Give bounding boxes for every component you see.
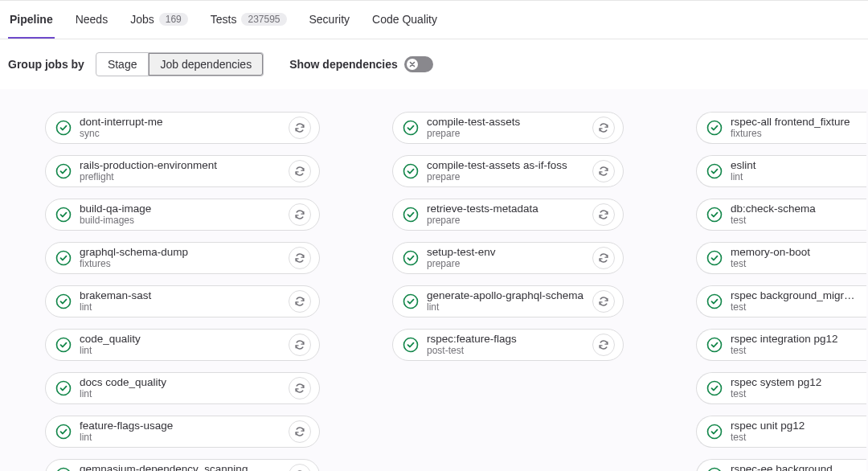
- svg-point-13: [404, 252, 418, 265]
- job-pill[interactable]: rspec integration pg12test: [696, 329, 866, 361]
- job-pill[interactable]: setup-test-envprepare: [392, 242, 624, 274]
- job-name: compile-test-assets as-if-foss: [427, 160, 592, 172]
- status-success-icon: [403, 337, 419, 353]
- job-name: rspec-all frontend_fixture: [731, 117, 858, 129]
- retry-button[interactable]: [289, 160, 311, 182]
- job-pill[interactable]: rspec background_migration ptest: [696, 285, 866, 317]
- retry-button[interactable]: [289, 203, 311, 226]
- job-name: brakeman-sast: [80, 290, 289, 302]
- job-text: db:check-schematest: [731, 203, 858, 226]
- retry-button[interactable]: [592, 160, 615, 182]
- tab-label: Security: [309, 13, 350, 26]
- job-pill[interactable]: rspec:feature-flagspost-test: [392, 329, 624, 361]
- job-pill[interactable]: compile-test-assetsprepare: [392, 112, 624, 144]
- job-text: docs code_qualitylint: [80, 377, 289, 399]
- retry-button[interactable]: [289, 247, 311, 269]
- show-dependencies-label: Show dependencies: [289, 58, 398, 71]
- retry-button[interactable]: [592, 290, 615, 313]
- status-success-icon: [706, 337, 723, 353]
- status-success-icon: [706, 163, 723, 179]
- group-jobs-label: Group jobs by: [8, 58, 84, 71]
- svg-point-20: [708, 295, 722, 309]
- job-stage: lint: [80, 389, 289, 399]
- job-name: memory-on-boot: [731, 247, 858, 259]
- tab-pipeline[interactable]: Pipeline: [8, 1, 55, 39]
- status-success-icon: [403, 293, 419, 309]
- tab-needs[interactable]: Needs: [74, 1, 109, 39]
- retry-button[interactable]: [289, 420, 311, 443]
- retry-button[interactable]: [289, 334, 311, 356]
- job-text: graphql-schema-dumpfixtures: [80, 247, 289, 269]
- retry-button[interactable]: [592, 334, 615, 356]
- status-success-icon: [55, 163, 72, 179]
- retry-button[interactable]: [592, 117, 615, 139]
- job-name: build-qa-image: [80, 203, 289, 215]
- job-pill[interactable]: feature-flags-usagelint: [45, 416, 320, 448]
- status-success-icon: [403, 120, 419, 136]
- job-pill[interactable]: docs code_qualitylint: [45, 372, 320, 404]
- job-pill[interactable]: retrieve-tests-metadataprepare: [392, 199, 624, 231]
- job-text: code_qualitylint: [80, 334, 289, 356]
- job-name: generate-apollo-graphql-schema: [427, 290, 592, 302]
- job-pill[interactable]: rspec-ee background_migratiotest: [696, 459, 866, 471]
- job-pill[interactable]: generate-apollo-graphql-schemalint: [392, 285, 624, 317]
- job-stage: test: [731, 389, 858, 399]
- svg-point-18: [708, 208, 722, 222]
- retry-icon: [294, 339, 305, 350]
- job-pill[interactable]: compile-test-assets as-if-fossprepare: [392, 155, 624, 187]
- job-column: compile-test-assetsprepare compile-test-…: [392, 112, 624, 471]
- svg-point-2: [57, 165, 71, 178]
- show-dependencies-control: Show dependencies: [289, 56, 433, 72]
- retry-button[interactable]: [289, 290, 311, 313]
- svg-point-23: [708, 425, 722, 439]
- job-text: build-qa-imagebuild-images: [80, 203, 289, 226]
- job-pill[interactable]: db:check-schematest: [696, 199, 866, 231]
- svg-point-11: [404, 165, 418, 178]
- job-pill[interactable]: graphql-schema-dumpfixtures: [45, 242, 320, 274]
- tab-jobs[interactable]: Jobs 169: [129, 1, 190, 39]
- svg-point-6: [57, 338, 71, 352]
- svg-point-22: [708, 382, 722, 395]
- job-stage: lint: [80, 346, 289, 356]
- job-stage: prepare: [427, 259, 592, 269]
- job-pill[interactable]: brakeman-sastlint: [45, 285, 320, 317]
- retry-button[interactable]: [592, 247, 615, 269]
- job-pill[interactable]: code_qualitylint: [45, 329, 320, 361]
- status-success-icon: [403, 207, 419, 223]
- job-pill[interactable]: dont-interrupt-mesync: [45, 112, 320, 144]
- retry-button[interactable]: [592, 203, 615, 226]
- job-name: db:check-schema: [731, 203, 858, 215]
- job-stage: test: [731, 259, 858, 269]
- job-name: gemnasium-dependency_scanning: [80, 464, 289, 471]
- job-pill[interactable]: rspec unit pg12test: [696, 416, 866, 448]
- job-pill[interactable]: memory-on-boottest: [696, 242, 866, 274]
- job-text: memory-on-boottest: [731, 247, 858, 269]
- job-name: retrieve-tests-metadata: [427, 203, 592, 215]
- retry-button[interactable]: [289, 377, 311, 399]
- show-dependencies-toggle[interactable]: [404, 56, 433, 72]
- job-pill[interactable]: gemnasium-dependency_scanninglint: [45, 459, 320, 471]
- job-text: rspec system pg12test: [731, 377, 858, 399]
- job-stage: lint: [80, 302, 289, 313]
- job-text: dont-interrupt-mesync: [80, 117, 289, 139]
- job-name: docs code_quality: [80, 377, 289, 389]
- job-pill[interactable]: rails-production-environmentpreflight: [45, 155, 320, 187]
- job-pill[interactable]: build-qa-imagebuild-images: [45, 199, 320, 231]
- svg-point-15: [404, 338, 418, 352]
- retry-icon: [598, 122, 609, 133]
- segmented-job-dependencies-button[interactable]: Job dependencies: [149, 52, 264, 76]
- svg-point-3: [57, 208, 71, 222]
- retry-button[interactable]: [289, 464, 311, 471]
- job-pill[interactable]: rspec-all frontend_fixturefixtures: [696, 112, 866, 144]
- retry-button[interactable]: [289, 117, 311, 139]
- tab-security[interactable]: Security: [308, 1, 352, 39]
- job-name: eslint: [731, 160, 858, 172]
- job-pill[interactable]: rspec system pg12test: [696, 372, 866, 404]
- tab-label: Pipeline: [10, 13, 53, 26]
- tab-code-quality[interactable]: Code Quality: [371, 1, 439, 39]
- job-pill[interactable]: eslintlint: [696, 155, 866, 187]
- job-stage: test: [731, 346, 858, 356]
- segmented-stage-button[interactable]: Stage: [96, 52, 149, 76]
- tab-tests[interactable]: Tests 237595: [209, 1, 289, 39]
- job-text: retrieve-tests-metadataprepare: [427, 203, 592, 226]
